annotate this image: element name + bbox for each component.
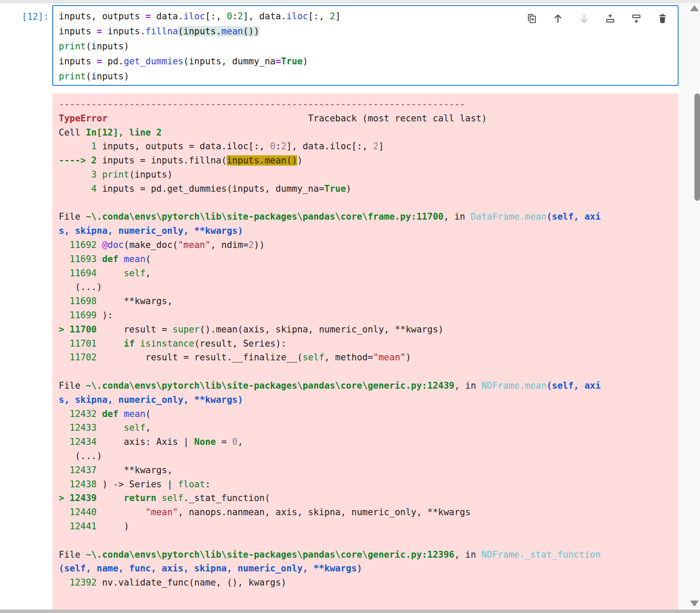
text-line: Cell In[12], line 2 [59, 126, 601, 140]
error-output-area: ----------------------------------------… [52, 94, 679, 610]
duplicate-cell-button[interactable] [526, 13, 538, 24]
insert-below-icon [631, 13, 642, 24]
arrow-up-icon [552, 13, 564, 24]
text-line: 12437 **kwargs, [59, 463, 601, 477]
text-line: File ~\.conda\envs\pytorch\lib\site-pack… [59, 210, 601, 224]
move-cell-down-button[interactable] [578, 13, 590, 24]
insert-cell-below-button[interactable] [631, 13, 642, 24]
text-line: 11698 **kwargs, [59, 294, 601, 308]
text-line: 4 inputs = pd.get_dummies(inputs, dummy_… [59, 182, 601, 196]
insert-above-icon [604, 13, 616, 24]
text-line: 12434 axis: Axis | None = 0, [59, 435, 601, 449]
duplicate-icon [526, 13, 538, 24]
delete-cell-button[interactable] [657, 13, 668, 24]
text-line: 3 print(inputs) [59, 168, 601, 182]
arrow-down-icon [578, 13, 590, 24]
text-line [59, 365, 601, 379]
text-line: 11692 @doc(make_doc("mean", ndim=2)) [59, 238, 601, 252]
text-line: (self, name, func, axis, skipna, numeric… [59, 562, 601, 576]
text-line: (...) [59, 449, 601, 463]
text-line: s, skipna, numeric_only, **kwargs) [59, 224, 601, 238]
text-line: print(inputs) [59, 69, 341, 84]
scroll-down-arrow-icon[interactable] [690, 601, 699, 607]
text-line: 12392 nv.validate_func(name, (), kwargs) [59, 576, 601, 590]
text-line: > 11700 result = super().mean(axis, skip… [59, 323, 601, 337]
text-line [59, 196, 601, 210]
trash-icon [657, 13, 668, 24]
cell-execution-prompt: [12]: [13, 12, 49, 22]
text-line: (...) [59, 280, 601, 294]
text-line: 11693 def mean( [59, 252, 601, 266]
scroll-up-arrow-icon[interactable] [690, 5, 699, 11]
code-cell[interactable]: inputs, outputs = data.iloc[:, 0:2], dat… [52, 5, 679, 86]
move-cell-up-button[interactable] [552, 13, 564, 24]
horizontal-scrollbar[interactable] [0, 610, 700, 613]
text-line: 11701 if isinstance(result, Series): [59, 337, 601, 351]
code-editor[interactable]: inputs, outputs = data.iloc[:, 0:2], dat… [59, 9, 341, 84]
cell-toolbar [526, 13, 668, 24]
text-line: 1 inputs, outputs = data.iloc[:, 0:2], d… [59, 139, 601, 154]
text-line: ----------------------------------------… [59, 97, 601, 112]
text-line: 11699 ): [59, 308, 601, 323]
text-line: inputs = inputs.fillna(inputs.mean()) [59, 24, 341, 39]
text-line [59, 534, 601, 548]
text-line: 11694 self, [59, 266, 601, 281]
text-line: File ~\.conda\envs\pytorch\lib\site-pack… [59, 379, 601, 393]
text-line: 11702 result = result.__finalize__(self,… [59, 350, 601, 365]
text-line: File ~\.conda\envs\pytorch\lib\site-pack… [59, 548, 601, 562]
text-line: 12440 "mean", nanops.nanmean, axis, skip… [59, 505, 601, 519]
text-line: ----> 2 inputs = inputs.fillna(inputs.me… [59, 154, 601, 168]
text-line: > 12439 return self._stat_function( [59, 491, 601, 505]
text-line: 12441 ) [59, 519, 601, 534]
traceback-text: ----------------------------------------… [59, 97, 601, 590]
text-line: 12432 def mean( [59, 407, 601, 421]
window-top-strip [0, 0, 700, 3]
vertical-scrollbar-thumb[interactable] [694, 94, 700, 201]
text-line: print(inputs) [59, 39, 341, 54]
text-line: 12433 self, [59, 421, 601, 435]
insert-cell-above-button[interactable] [604, 13, 616, 24]
text-line: s, skipna, numeric_only, **kwargs) [59, 393, 601, 407]
text-line: 12438 ) -> Series | float: [59, 477, 601, 492]
notebook-screen: [12]: inputs, outputs = data.iloc[:, 0:2… [0, 0, 700, 613]
text-line: TypeError Traceback (most recent call la… [59, 112, 601, 126]
text-line: inputs = pd.get_dummies(inputs, dummy_na… [59, 54, 341, 69]
text-line: inputs, outputs = data.iloc[:, 0:2], dat… [59, 9, 341, 24]
